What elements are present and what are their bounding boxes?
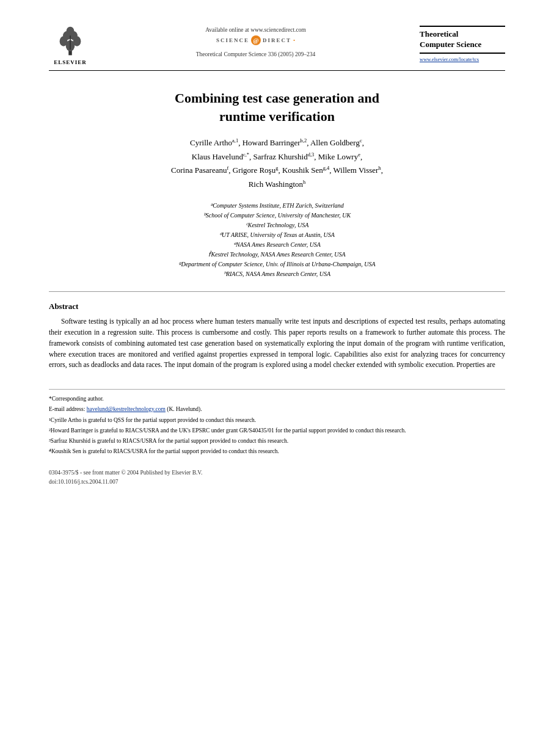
sciencedirect-logo: SCIENCE @ DIRECT • bbox=[216, 35, 295, 45]
footnotes-section: *Corresponding author. E-mail address: h… bbox=[49, 389, 505, 456]
abstract-section: Abstract Software testing is typically a… bbox=[49, 302, 505, 371]
affil-e: ᵉNASA Ames Research Center, USA bbox=[49, 240, 505, 250]
science-text: SCIENCE bbox=[216, 37, 249, 43]
bottom-info: 0304-3975/$ - see front matter © 2004 Pu… bbox=[49, 468, 505, 487]
page: ELSEVIER Available online at www.science… bbox=[0, 0, 554, 756]
email-address[interactable]: havelund@kestreltechnology.com bbox=[87, 406, 166, 412]
header: ELSEVIER Available online at www.science… bbox=[49, 24, 505, 71]
header-bottom-rule bbox=[420, 53, 505, 54]
elsevier-logo: ELSEVIER bbox=[49, 24, 92, 65]
issn-line: 0304-3975/$ - see front matter © 2004 Pu… bbox=[49, 468, 505, 478]
sciencedirect-dot-icon: • bbox=[293, 37, 295, 43]
affiliations: ᵃComputer Systems Institute, ETH Zurich,… bbox=[49, 201, 505, 279]
abstract-text: Software testing is typically an ad hoc … bbox=[49, 316, 505, 371]
header-top-rule bbox=[420, 26, 505, 27]
email-label: E-mail address: bbox=[49, 406, 85, 412]
direct-text: DIRECT bbox=[263, 37, 291, 43]
header-left: ELSEVIER bbox=[49, 24, 92, 65]
corresponding-author-note: *Corresponding author. bbox=[49, 394, 505, 404]
article-title: Combining test case generation and runti… bbox=[49, 89, 505, 125]
affil-h: ʰRIACS, NASA Ames Research Center, USA bbox=[49, 269, 505, 279]
footnote-1: ¹Cyrille Artho is grateful to QSS for th… bbox=[49, 416, 505, 425]
affil-d: ᵈUT ARISE, University of Texas at Austin… bbox=[49, 230, 505, 240]
footnote-2: ²Howard Barringer is grateful to RIACS/U… bbox=[49, 426, 505, 435]
journal-ref-text: Theoretical Computer Science 336 (2005) … bbox=[196, 51, 316, 57]
footnote-3: ³Sarfraz Khurshid is grateful to RIACS/U… bbox=[49, 437, 505, 446]
affil-b: ᵇSchool of Computer Science, University … bbox=[49, 211, 505, 220]
authors-list: Cyrille Arthoa,1, Howard Barringerb,2, A… bbox=[49, 136, 505, 191]
affil-a: ᵃComputer Systems Institute, ETH Zurich,… bbox=[49, 201, 505, 211]
email-note: E-mail address: havelund@kestreltechnolo… bbox=[49, 405, 505, 414]
header-center: Available online at www.sciencedirect.co… bbox=[92, 24, 420, 57]
affil-c: ᶜKestrel Technology, USA bbox=[49, 220, 505, 230]
header-right: Theoretical Computer Science www.elsevie… bbox=[420, 24, 505, 62]
elsevier-website-link[interactable]: www.elsevier.com/locate/tcs bbox=[420, 56, 479, 62]
email-person: (K. Havelund). bbox=[167, 406, 202, 412]
elsevier-label: ELSEVIER bbox=[54, 59, 87, 65]
sciencedirect-circle-icon: @ bbox=[251, 35, 261, 45]
elsevier-tree-icon bbox=[52, 24, 89, 58]
doi-line: doi:10.1016/j.tcs.2004.11.007 bbox=[49, 478, 505, 487]
svg-point-6 bbox=[67, 27, 75, 36]
affil-g: ᵍDepartment of Computer Science, Univ. o… bbox=[49, 260, 505, 269]
affil-f: ḟKestrel Technology, NASA Ames Research … bbox=[49, 250, 505, 260]
journal-title: Theoretical Computer Science bbox=[420, 29, 481, 50]
available-online-text: Available online at www.sciencedirect.co… bbox=[205, 27, 306, 33]
abstract-title: Abstract bbox=[49, 302, 505, 311]
section-divider bbox=[49, 291, 505, 292]
footnote-4: ⁴Koushik Sen is grateful to RIACS/USRA f… bbox=[49, 447, 505, 456]
